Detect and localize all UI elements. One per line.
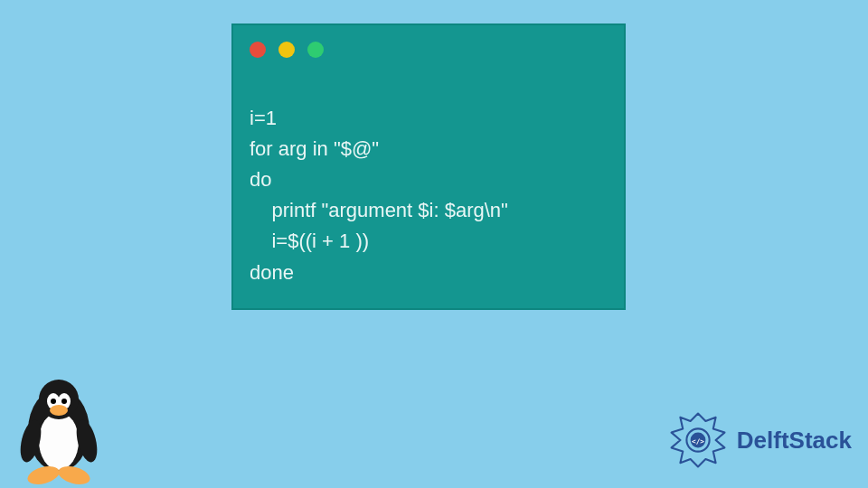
svg-point-6	[61, 399, 67, 404]
code-block: i=1 for arg in "$@" do printf "argument …	[250, 72, 608, 288]
code-line: printf "argument $i: $arg\n"	[250, 199, 508, 221]
code-line: i=$((i + 1 ))	[250, 230, 369, 252]
brand-name: DelftStack	[737, 427, 852, 455]
traffic-lights	[250, 42, 608, 58]
tux-penguin-icon	[9, 376, 108, 484]
code-line: do	[250, 168, 271, 191]
svg-point-5	[51, 399, 56, 404]
svg-point-1	[39, 412, 79, 470]
svg-text:</>: </>	[692, 437, 704, 446]
code-line: for arg in "$@"	[250, 137, 379, 160]
code-window: i=1 for arg in "$@" do printf "argument …	[231, 23, 626, 310]
maximize-icon	[307, 42, 324, 58]
close-icon	[250, 42, 266, 58]
code-line: i=1	[250, 107, 277, 129]
code-line: done	[250, 261, 294, 284]
svg-point-7	[50, 405, 68, 416]
minimize-icon	[278, 42, 295, 58]
delftstack-logo-icon: </>	[666, 408, 730, 472]
brand: </> DelftStack	[666, 408, 852, 472]
